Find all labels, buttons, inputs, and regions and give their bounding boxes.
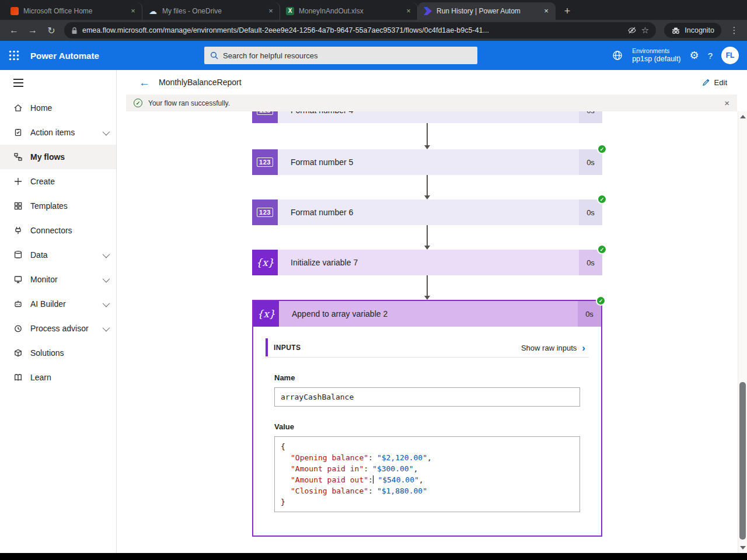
edit-pencil-icon <box>702 78 710 86</box>
action-items-icon <box>13 128 23 137</box>
variable-icon: {x} <box>252 250 278 275</box>
step-header[interactable]: 123 Format number 6 0s <box>252 200 602 225</box>
name-field-input[interactable] <box>274 387 580 407</box>
sidebar-item-my-flows[interactable]: My flows <box>0 145 116 169</box>
arrow-head-icon <box>424 246 430 250</box>
scrollbar-thumb[interactable] <box>739 382 746 540</box>
inputs-accent-bar <box>266 338 268 356</box>
new-tab-button[interactable] <box>559 3 575 19</box>
browser-menu-icon[interactable] <box>727 23 741 37</box>
lock-icon[interactable] <box>71 27 78 34</box>
tab-title: Run History | Power Autom <box>437 7 537 15</box>
sidebar-item-connectors[interactable]: Connectors <box>0 218 116 243</box>
chevron-down-icon <box>103 299 110 307</box>
sidebar-item-templates[interactable]: Templates <box>0 194 116 218</box>
templates-icon <box>13 201 23 211</box>
incognito-label: Incognito <box>685 26 714 34</box>
step-duration: 0s <box>579 111 602 123</box>
browser-tab-excel[interactable]: MoneyInAndOut.xlsx <box>280 2 418 20</box>
eye-blocked-icon[interactable] <box>627 26 637 35</box>
arrow-head-icon <box>424 296 430 300</box>
sidebar-item-create[interactable]: Create <box>0 169 116 194</box>
edit-button[interactable]: Edit <box>702 78 727 87</box>
sidebar-item-label: Monitor <box>30 275 58 284</box>
browser-window: Microsoft Office Home My files - OneDriv… <box>0 0 747 560</box>
flow-step-append-to-array-variable-2: {x} Append to array variable 2 0s INPUTS… <box>252 300 602 537</box>
incognito-icon <box>671 26 680 34</box>
search-input[interactable] <box>223 51 472 60</box>
help-search-box[interactable] <box>204 47 477 64</box>
format-number-icon: 123 <box>252 149 278 175</box>
sidebar: Home Action items My flows Create Templa… <box>0 70 117 553</box>
success-badge-icon <box>597 194 607 204</box>
sidebar-item-home[interactable]: Home <box>0 96 116 120</box>
step-header[interactable]: 123 Format number 5 0s <box>252 149 602 175</box>
sidebar-item-solutions[interactable]: Solutions <box>0 341 116 365</box>
onedrive-favicon <box>148 6 158 16</box>
sidebar-item-data[interactable]: Data <box>0 243 116 267</box>
url-text[interactable]: emea.flow.microsoft.com/manage/environme… <box>82 26 623 34</box>
vertical-scrollbar[interactable] <box>738 111 747 553</box>
edit-label: Edit <box>714 78 727 87</box>
step-header[interactable]: 123 Format number 4 0s <box>252 111 602 123</box>
scrollbar-down-arrow[interactable] <box>740 546 746 550</box>
flow-connector-arrow <box>252 225 602 250</box>
office-favicon <box>11 7 19 15</box>
step-title: Format number 4 <box>278 111 579 123</box>
browser-tab-office[interactable]: Microsoft Office Home <box>5 2 142 20</box>
scrollbar-up-arrow[interactable] <box>740 115 746 118</box>
excel-favicon <box>286 7 294 15</box>
json-line: { <box>281 441 574 452</box>
sidebar-item-monitor[interactable]: Monitor <box>0 267 116 292</box>
help-icon[interactable]: ? <box>708 51 713 61</box>
reload-icon[interactable] <box>43 22 60 38</box>
json-line: } <box>281 496 574 508</box>
flow-connector-arrow <box>252 175 602 200</box>
back-arrow-icon[interactable] <box>139 77 150 88</box>
sidebar-item-label: Solutions <box>30 348 64 358</box>
page-title-bar: MonthlyBalanceReport Edit <box>117 70 747 94</box>
sidebar-item-label: Create <box>30 177 55 186</box>
text-cursor <box>373 475 374 484</box>
tab-close-icon[interactable] <box>128 6 138 16</box>
show-raw-inputs-link[interactable]: Show raw inputs <box>521 343 589 353</box>
success-badge-icon <box>597 144 607 154</box>
step-header[interactable]: {x} Append to array variable 2 0s <box>253 301 601 327</box>
step-title: Format number 5 <box>278 149 579 175</box>
success-check-icon <box>134 99 142 107</box>
avatar[interactable]: FL <box>721 47 739 64</box>
sidebar-item-ai-builder[interactable]: AI Builder <box>0 292 116 316</box>
waffle-menu-icon[interactable] <box>0 41 28 70</box>
step-details-body: INPUTS Show raw inputs Name Value { "Ope… <box>253 327 601 536</box>
flow-run-canvas: 123 Format number 4 0s 123 Format number… <box>117 111 738 553</box>
browser-tab-onedrive[interactable]: My files - OneDrive <box>142 2 280 20</box>
browser-tab-run-history[interactable]: Run History | Power Autom <box>418 2 556 20</box>
environments-icon[interactable] <box>612 50 623 61</box>
chevron-down-icon <box>103 250 110 258</box>
process-advisor-icon <box>13 324 23 333</box>
step-header[interactable]: {x} Initialize variable 7 0s <box>252 250 602 275</box>
flow-step-initialize-variable-7: {x} Initialize variable 7 0s <box>252 250 602 275</box>
browser-tab-strip: Microsoft Office Home My files - OneDriv… <box>0 0 747 20</box>
inputs-label: INPUTS <box>274 344 301 352</box>
settings-gear-icon[interactable] <box>690 49 699 62</box>
tab-close-icon[interactable] <box>404 6 413 16</box>
address-bar[interactable]: emea.flow.microsoft.com/manage/environme… <box>64 22 656 38</box>
sidebar-item-learn[interactable]: Learn <box>0 365 116 390</box>
environment-switcher[interactable]: Environments pp1sp (default) <box>632 47 680 64</box>
arrow-head-icon <box>424 195 430 200</box>
tab-close-icon[interactable] <box>266 6 275 16</box>
sidebar-item-label: Connectors <box>30 226 72 235</box>
back-icon[interactable] <box>6 22 22 38</box>
sidebar-collapse-button[interactable] <box>0 70 116 96</box>
sidebar-item-process-advisor[interactable]: Process advisor <box>0 316 116 341</box>
banner-close-icon[interactable] <box>724 98 729 108</box>
bookmark-star-icon[interactable] <box>641 25 649 36</box>
success-banner: Your flow ran successfully. <box>126 94 737 111</box>
tab-close-icon[interactable] <box>542 6 551 16</box>
sidebar-item-action-items[interactable]: Action items <box>0 120 116 145</box>
forward-icon[interactable] <box>25 22 41 38</box>
value-json-box[interactable]: { "Opening balance":"$2,120.00", "Amount… <box>274 436 580 512</box>
home-icon <box>13 103 23 113</box>
json-line: "Amount paid out":"$540.00", <box>281 474 574 485</box>
